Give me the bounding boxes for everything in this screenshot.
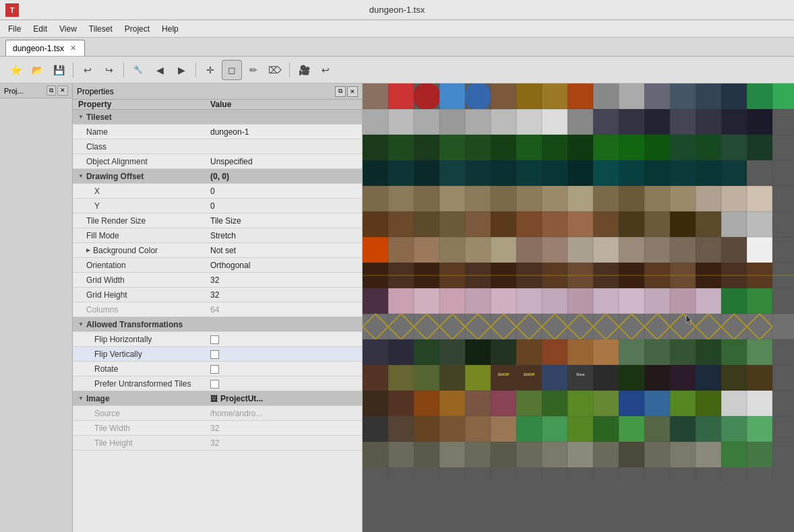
svg-rect-175 [670,339,696,365]
svg-rect-44 [619,135,644,160]
menu-help[interactable]: Help [156,23,184,35]
svg-rect-30 [670,109,696,135]
menu-view[interactable]: View [54,23,82,35]
prefer-untransformed-checkbox[interactable] [210,380,219,389]
save-button[interactable]: 💾 [49,60,69,80]
svg-rect-81 [363,211,388,237]
svg-rect-13 [670,84,696,109]
svg-rect-221 [542,416,568,442]
svg-rect-9 [568,84,593,109]
svg-rect-208 [619,391,644,416]
back-button[interactable]: ◀ [150,60,170,80]
open-button[interactable]: 📂 [27,60,47,80]
svg-rect-52 [414,160,439,186]
project-float-icon[interactable]: ⧉ [47,86,56,96]
svg-rect-63 [696,160,721,186]
properties-title: Properties [77,87,114,96]
prop-flip-vertically: Flip Vertically [73,347,362,362]
prop-tile-render-size: Tile Render Size Tile Size [73,213,362,228]
svg-rect-223 [593,416,619,442]
prop-prefer-untransformed: Prefer Untransformed Tiles [73,376,362,391]
svg-rect-12 [644,84,670,109]
menu-project[interactable]: Project [119,23,155,35]
svg-rect-176 [696,339,721,365]
reset-button[interactable]: ↩ [315,60,336,80]
prop-x: X 0 [73,184,362,199]
project-close-icon[interactable]: ✕ [57,86,68,96]
svg-rect-245 [747,442,772,467]
group-tileset[interactable]: ▼ Tileset [73,110,362,125]
svg-rect-242 [670,442,696,467]
svg-rect-27 [593,109,619,135]
forward-button[interactable]: ▶ [171,60,191,80]
svg-rect-197 [747,365,772,391]
properties-close-icon[interactable]: ✕ [347,86,358,97]
prop-flip-horizontally: Flip Horizontally [73,332,362,347]
menu-tileset[interactable]: Tileset [84,23,118,35]
tileset-arrow-icon: ▼ [78,114,84,120]
prop-source: Source /home/andro... [73,406,362,421]
svg-rect-191 [593,365,619,391]
svg-rect-230 [363,442,388,467]
svg-rect-16 [747,84,772,109]
svg-rect-233 [439,442,465,467]
group-image[interactable]: ▼ Image 🖼 ProjectUt... [73,391,362,406]
tab-dungeon1[interactable]: dungeon-1.tsx ✕ [5,40,85,56]
svg-rect-227 [696,416,721,442]
svg-rect-35 [388,135,414,160]
move-button[interactable]: ✛ [200,60,220,80]
svg-rect-112 [747,237,772,263]
svg-rect-101 [465,237,491,263]
svg-rect-103 [516,237,542,263]
toolbar-sep-2 [123,63,124,77]
svg-rect-184 [491,365,516,391]
svg-rect-102 [491,237,516,263]
flip-horizontally-checkbox[interactable] [210,335,219,344]
new-tileset-button[interactable]: ⭐ [5,60,26,80]
svg-rect-83 [414,211,439,237]
project-content [0,98,72,532]
toolbar-sep-4 [289,63,290,77]
group-allowed-transformations[interactable]: ▼ Allowed Transformations [73,317,362,332]
paint-button[interactable]: ✏ [243,60,264,80]
erase-button[interactable]: ⌦ [265,60,285,80]
svg-rect-189 [568,365,593,391]
svg-text:SHOP: SHOP [523,372,535,376]
svg-rect-143 [696,288,721,314]
col-value-header: Value [208,100,362,109]
camera-button[interactable]: 🎥 [294,60,314,80]
svg-rect-222 [568,416,593,442]
svg-rect-241 [644,442,670,467]
stamp-button[interactable]: 🔧 [128,60,148,80]
redo-button[interactable]: ↪ [99,60,119,80]
svg-rect-188 [542,365,568,391]
svg-rect-39 [491,135,516,160]
tab-close-button[interactable]: ✕ [68,44,78,53]
svg-rect-4 [439,84,465,109]
svg-rect-181 [414,365,439,391]
flip-vertically-checkbox[interactable] [210,350,219,359]
svg-rect-132 [414,288,439,314]
svg-rect-244 [721,442,747,467]
svg-rect-195 [696,365,721,391]
svg-rect-67 [414,186,439,211]
svg-rect-235 [491,442,516,467]
svg-rect-90 [593,211,619,237]
svg-rect-243 [696,442,721,467]
svg-rect-211 [696,391,721,416]
svg-rect-212 [721,391,747,416]
svg-rect-217 [439,416,465,442]
menu-edit[interactable]: Edit [28,23,53,35]
svg-rect-238 [568,442,593,467]
menu-file[interactable]: File [3,23,26,35]
group-drawing-offset[interactable]: ▼ Drawing Offset (0, 0) [73,169,362,184]
rotate-checkbox[interactable] [210,365,219,374]
svg-rect-69 [465,186,491,211]
svg-rect-98 [388,237,414,263]
undo-button[interactable]: ↩ [78,60,98,80]
tileset-area[interactable]: SHOP SHOP Show [363,84,794,532]
svg-rect-164 [388,339,414,365]
select-button[interactable]: ◻ [222,60,242,80]
svg-rect-23 [491,109,516,135]
properties-float-icon[interactable]: ⧉ [335,86,346,97]
